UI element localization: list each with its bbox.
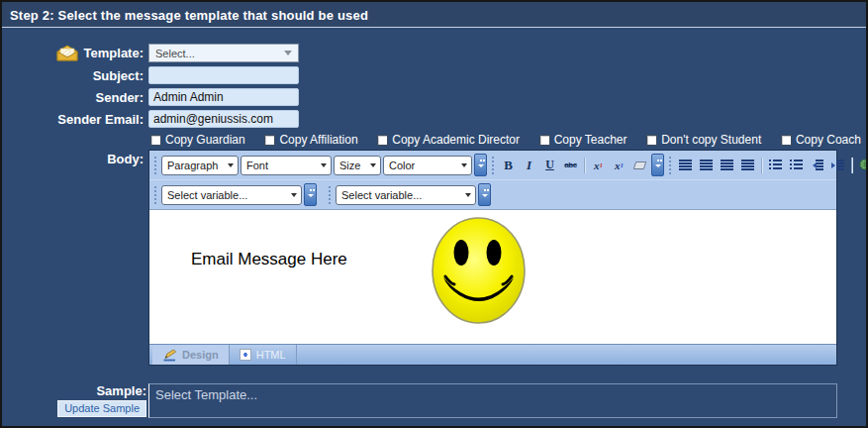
toolbar-overflow-button[interactable] <box>304 183 317 206</box>
font-name-select[interactable]: Font <box>241 156 332 175</box>
sample-row: Sample: Update Sample Select Template... <box>2 383 866 418</box>
variable-group-2: Select variable... <box>327 183 491 206</box>
superscript-button[interactable]: x1 <box>589 156 608 175</box>
subject-input[interactable] <box>148 66 299 84</box>
checkbox-dont-copy-student[interactable]: Don't copy Student <box>646 133 761 147</box>
chevron-down-icon <box>291 193 297 200</box>
indent-button[interactable] <box>828 156 847 175</box>
numbered-list-button[interactable] <box>787 156 806 175</box>
sample-output: Select Template... <box>148 383 837 418</box>
bullet-list-icon <box>769 160 782 170</box>
toolbar-separator <box>584 158 585 173</box>
chevron-down-icon <box>284 51 292 59</box>
format-group: Paragraph Font Size Color <box>152 154 487 176</box>
bold-button[interactable]: B <box>499 156 518 175</box>
subscript-button[interactable]: x1 <box>610 156 628 175</box>
checkbox-icon[interactable] <box>781 135 792 146</box>
page-title: Step 2: Select the message template that… <box>10 8 368 23</box>
rich-text-editor: Paragraph Font Size Color <box>148 150 837 366</box>
sender-label: Sender: <box>96 90 144 105</box>
checkbox-icon[interactable] <box>377 135 388 146</box>
align-right-icon <box>721 160 733 170</box>
editor-toolbar-row1: Paragraph Font Size Color <box>149 151 836 179</box>
eraser-icon <box>633 161 647 169</box>
toolbar-drag-handle[interactable] <box>154 157 156 174</box>
toolbar-separator <box>851 158 852 173</box>
checkbox-copy-coach[interactable]: Copy Coach <box>781 133 861 147</box>
toolbar-drag-handle[interactable] <box>154 186 156 204</box>
chevron-down-icon <box>465 193 471 200</box>
font-size-select[interactable]: Size <box>334 156 381 175</box>
text-style-group: B I U abc x1 x1 <box>490 154 664 176</box>
underline-button[interactable]: U <box>540 156 559 175</box>
outdent-button[interactable] <box>808 156 826 175</box>
link-globe-icon <box>859 159 868 171</box>
justify-icon <box>741 160 754 170</box>
sender-email-label: Sender Email: <box>57 112 144 127</box>
checkbox-copy-affiliation[interactable]: Copy Affiliation <box>264 133 357 147</box>
editor-canvas[interactable]: Email Message Here <box>149 209 836 344</box>
toolbar-drag-handle[interactable] <box>492 157 494 174</box>
align-center-button[interactable] <box>697 156 716 175</box>
checkbox-icon[interactable] <box>264 135 275 146</box>
template-select[interactable]: Select... <box>148 44 299 62</box>
sender-input[interactable] <box>148 88 299 106</box>
checkbox-copy-guardian[interactable]: Copy Guardian <box>150 133 245 147</box>
editor-toolbar-row2: Select variable... Select variable... <box>149 179 836 209</box>
insert-link-button[interactable] <box>856 156 868 175</box>
toolbar-overflow-button[interactable] <box>651 154 664 176</box>
editor-mode-tabs: Design HTML <box>149 344 836 365</box>
sample-label: Sample: <box>96 383 146 398</box>
justify-button[interactable] <box>738 156 757 175</box>
strikethrough-button[interactable]: abc <box>561 156 580 175</box>
paragraph-style-select[interactable]: Paragraph <box>161 156 239 175</box>
body-label: Body: <box>107 152 144 166</box>
copy-options-row: Copy Guardian Copy Affiliation Copy Acad… <box>150 133 861 147</box>
tab-html[interactable]: HTML <box>230 345 297 365</box>
toolbar-overflow-button[interactable] <box>478 183 491 206</box>
form-area: Template: Select... Subject: Sender: Sen… <box>2 28 866 418</box>
update-sample-button[interactable]: Update Sample <box>57 400 146 417</box>
align-left-button[interactable] <box>676 156 695 175</box>
tab-design[interactable]: Design <box>152 345 230 365</box>
toolbar-separator <box>761 158 762 173</box>
checkbox-icon[interactable] <box>539 135 550 146</box>
toolbar-drag-handle[interactable] <box>329 186 331 204</box>
checkbox-icon[interactable] <box>150 135 161 146</box>
bullet-list-button[interactable] <box>766 156 785 175</box>
chevron-down-icon <box>461 163 467 170</box>
variable-select-2[interactable]: Select variable... <box>336 185 476 205</box>
chevron-down-icon <box>228 163 234 170</box>
subject-row: Subject: <box>2 66 866 84</box>
outdent-icon <box>811 160 823 170</box>
align-left-icon <box>679 160 692 170</box>
template-label: Template: <box>84 46 144 60</box>
chevron-down-icon <box>370 163 376 170</box>
body-row: Body: Paragraph Font Size <box>2 150 866 366</box>
italic-button[interactable]: I <box>520 156 538 175</box>
toolbar-overflow-button[interactable] <box>474 154 487 176</box>
toolbar-drag-handle[interactable] <box>669 157 671 174</box>
step2-panel: Step 2: Select the message template that… <box>0 0 868 428</box>
html-code-icon <box>240 349 251 361</box>
header-bar: Step 2: Select the message template that… <box>2 2 866 28</box>
envelope-icon <box>56 45 78 61</box>
checkbox-copy-teacher[interactable]: Copy Teacher <box>539 133 627 147</box>
variable-select-1[interactable]: Select variable... <box>161 185 302 205</box>
checkbox-copy-academic-director[interactable]: Copy Academic Director <box>377 133 520 147</box>
remove-format-button[interactable] <box>630 156 649 175</box>
sender-row: Sender: <box>2 88 866 106</box>
variable-group-1: Select variable... <box>152 183 317 206</box>
checkbox-icon[interactable] <box>646 135 657 146</box>
align-right-button[interactable] <box>718 156 736 175</box>
font-color-select[interactable]: Color <box>383 156 472 175</box>
sender-email-input[interactable] <box>148 110 299 128</box>
subject-label: Subject: <box>93 68 144 83</box>
sender-email-row: Sender Email: <box>2 110 866 128</box>
paragraph-group <box>667 154 868 176</box>
template-row: Template: Select... <box>2 44 866 62</box>
email-message-text[interactable]: Email Message Here <box>191 250 347 269</box>
sample-placeholder-text: Select Template... <box>155 387 257 402</box>
design-pencil-icon <box>162 349 177 362</box>
smiley-face-image[interactable] <box>431 216 527 329</box>
